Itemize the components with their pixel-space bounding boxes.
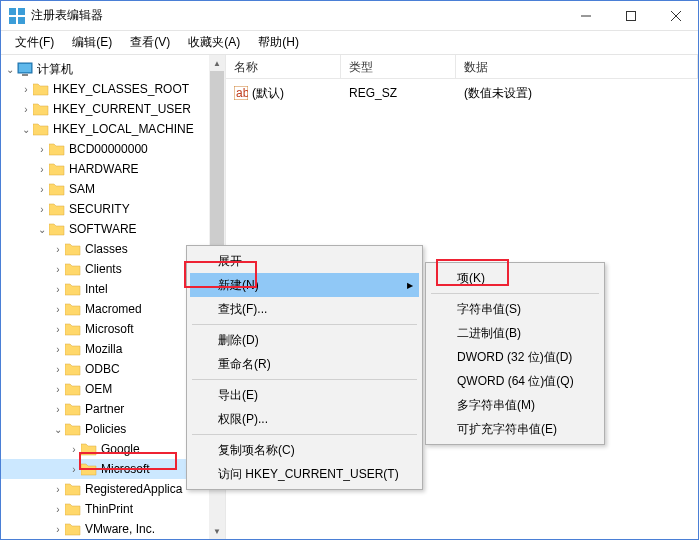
folder-icon bbox=[49, 182, 65, 196]
context-menu: 展开 新建(N) 查找(F)... 删除(D) 重命名(R) 导出(E) 权限(… bbox=[186, 245, 423, 490]
ctx-find[interactable]: 查找(F)... bbox=[190, 297, 419, 321]
folder-icon bbox=[65, 402, 81, 416]
app-icon bbox=[9, 8, 25, 24]
ctx-separator bbox=[431, 293, 599, 294]
menu-favorites[interactable]: 收藏夹(A) bbox=[180, 31, 248, 54]
content-area: ⌄计算机 ›HKEY_CLASSES_ROOT ›HKEY_CURRENT_US… bbox=[1, 55, 698, 539]
ctx-permissions[interactable]: 权限(P)... bbox=[190, 407, 419, 431]
ctx-separator bbox=[192, 434, 417, 435]
folder-icon bbox=[33, 82, 49, 96]
close-button[interactable] bbox=[653, 1, 698, 30]
folder-icon bbox=[65, 362, 81, 376]
svg-rect-9 bbox=[626, 11, 635, 20]
menu-file[interactable]: 文件(F) bbox=[7, 31, 62, 54]
tree-security[interactable]: ›SECURITY bbox=[1, 199, 225, 219]
window-controls bbox=[563, 1, 698, 30]
folder-icon bbox=[65, 482, 81, 496]
tree-vmware[interactable]: ›VMware, Inc. bbox=[1, 519, 225, 539]
tree-bcd[interactable]: ›BCD00000000 bbox=[1, 139, 225, 159]
ctx-expand[interactable]: 展开 bbox=[190, 249, 419, 273]
tree-sam[interactable]: ›SAM bbox=[1, 179, 225, 199]
folder-icon bbox=[65, 502, 81, 516]
ctx-new-binary[interactable]: 二进制值(B) bbox=[429, 321, 601, 345]
folder-icon bbox=[33, 122, 49, 136]
ctx-rename[interactable]: 重命名(R) bbox=[190, 352, 419, 376]
folder-icon bbox=[65, 382, 81, 396]
minimize-button[interactable] bbox=[563, 1, 608, 30]
col-type[interactable]: 类型 bbox=[341, 55, 456, 78]
window-title: 注册表编辑器 bbox=[31, 7, 563, 24]
scroll-up-icon[interactable]: ▲ bbox=[209, 55, 225, 71]
folder-icon bbox=[65, 262, 81, 276]
folder-icon bbox=[65, 322, 81, 336]
ctx-new-key[interactable]: 项(K) bbox=[429, 266, 601, 290]
tree-software[interactable]: ⌄SOFTWARE bbox=[1, 219, 225, 239]
ctx-copykey[interactable]: 复制项名称(C) bbox=[190, 438, 419, 462]
string-value-icon bbox=[234, 86, 248, 100]
folder-icon bbox=[49, 162, 65, 176]
tree-hkcu[interactable]: ›HKEY_CURRENT_USER bbox=[1, 99, 225, 119]
ctx-new-string[interactable]: 字符串值(S) bbox=[429, 297, 601, 321]
ctx-export[interactable]: 导出(E) bbox=[190, 383, 419, 407]
ctx-delete[interactable]: 删除(D) bbox=[190, 328, 419, 352]
folder-icon bbox=[49, 222, 65, 236]
folder-icon bbox=[65, 302, 81, 316]
ctx-new[interactable]: 新建(N) bbox=[190, 273, 419, 297]
tree-hkcr[interactable]: ›HKEY_CLASSES_ROOT bbox=[1, 79, 225, 99]
folder-icon bbox=[49, 202, 65, 216]
ctx-separator bbox=[192, 379, 417, 380]
ctx-separator bbox=[192, 324, 417, 325]
computer-icon bbox=[17, 62, 33, 76]
tree-computer[interactable]: ⌄计算机 bbox=[1, 59, 225, 79]
folder-icon bbox=[65, 282, 81, 296]
folder-icon bbox=[81, 442, 97, 456]
maximize-button[interactable] bbox=[608, 1, 653, 30]
folder-icon bbox=[49, 142, 65, 156]
tree-hklm[interactable]: ⌄HKEY_LOCAL_MACHINE bbox=[1, 119, 225, 139]
window: 注册表编辑器 文件(F) 编辑(E) 查看(V) 收藏夹(A) 帮助(H) ⌄计… bbox=[0, 0, 699, 540]
menu-help[interactable]: 帮助(H) bbox=[250, 31, 307, 54]
folder-icon bbox=[65, 242, 81, 256]
menubar: 文件(F) 编辑(E) 查看(V) 收藏夹(A) 帮助(H) bbox=[1, 31, 698, 55]
ctx-new-expand[interactable]: 可扩充字符串值(E) bbox=[429, 417, 601, 441]
tree-hardware[interactable]: ›HARDWARE bbox=[1, 159, 225, 179]
col-data[interactable]: 数据 bbox=[456, 55, 698, 78]
ctx-new-dword[interactable]: DWORD (32 位)值(D) bbox=[429, 345, 601, 369]
tree-thinprint[interactable]: ›ThinPrint bbox=[1, 499, 225, 519]
value-row-default[interactable]: (默认) REG_SZ (数值未设置) bbox=[226, 83, 698, 103]
folder-icon bbox=[81, 462, 97, 476]
ctx-goto-hkcu[interactable]: 访问 HKEY_CURRENT_USER(T) bbox=[190, 462, 419, 486]
scroll-down-icon[interactable]: ▼ bbox=[209, 523, 225, 539]
ctx-new-multi[interactable]: 多字符串值(M) bbox=[429, 393, 601, 417]
menu-view[interactable]: 查看(V) bbox=[122, 31, 178, 54]
folder-icon bbox=[33, 102, 49, 116]
context-submenu-new: 项(K) 字符串值(S) 二进制值(B) DWORD (32 位)值(D) QW… bbox=[425, 262, 605, 445]
menu-edit[interactable]: 编辑(E) bbox=[64, 31, 120, 54]
col-name[interactable]: 名称 bbox=[226, 55, 341, 78]
ctx-new-qword[interactable]: QWORD (64 位)值(Q) bbox=[429, 369, 601, 393]
folder-icon bbox=[65, 422, 81, 436]
folder-icon bbox=[65, 522, 81, 536]
folder-icon bbox=[65, 342, 81, 356]
list-header: 名称 类型 数据 bbox=[226, 55, 698, 79]
titlebar[interactable]: 注册表编辑器 bbox=[1, 1, 698, 31]
